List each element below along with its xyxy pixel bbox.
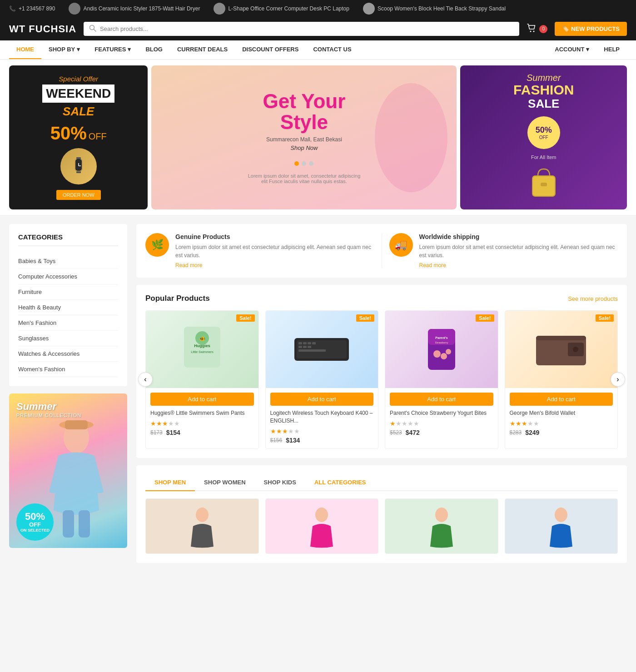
nav-discount-offers[interactable]: DISCOUNT OFFERS [235, 40, 306, 59]
old-price-2: $156 [270, 437, 283, 443]
cart-button[interactable]: 0 [527, 23, 547, 35]
price-row-1: $173 $154 [150, 429, 254, 436]
nav-shop-by-label: SHOP BY [49, 46, 75, 53]
nav-features[interactable]: FEATURES ▾ [87, 40, 138, 59]
svg-rect-10 [76, 157, 81, 159]
popular-products-section: Popular Products See more products ‹ Sal… [136, 285, 627, 458]
shipping-icon: 🚚 [389, 233, 413, 257]
svg-point-46 [196, 508, 209, 522]
sidebar-off-badge: 50% OFF ON SELECTED [16, 503, 54, 541]
svg-rect-28 [303, 342, 307, 344]
tab-shop-men[interactable]: SHOP MEN [145, 474, 195, 491]
cat-computer-accessories[interactable]: Computer Accessories [18, 269, 118, 284]
shop-products-mini [145, 498, 618, 554]
nav-contact-us[interactable]: CONTACT US [306, 40, 358, 59]
mini-product-3 [385, 498, 498, 554]
cart-count: 0 [539, 25, 547, 33]
add-to-cart-btn-4[interactable]: Add to cart [510, 393, 613, 406]
product-img-3: Sale! Parent's Strawberry [385, 311, 498, 388]
tab-shop-men-label: SHOP MEN [154, 479, 186, 486]
get-your-style-text: Get YourStyle [245, 91, 363, 133]
carousel-prev-button[interactable]: ‹ [138, 372, 153, 387]
feature-genuine-title: Genuine Products [175, 233, 374, 240]
cat-sunglasses[interactable]: Sunglasses [18, 331, 118, 346]
nav-current-deals[interactable]: CURRENT DEALS [170, 40, 235, 59]
nav-blog[interactable]: BLOG [138, 40, 170, 59]
see-more-products-link[interactable]: See more products [568, 295, 618, 302]
cat-health-beauty[interactable]: Health & Beauty [18, 300, 118, 315]
hero-banner-right[interactable]: Summer FASHION SALE 50% OFF For All Item [460, 65, 627, 209]
svg-rect-43 [536, 336, 586, 340]
svg-rect-30 [312, 342, 316, 344]
sale2-text: SALE [513, 97, 574, 111]
feature-genuine-read-more[interactable]: Read more [175, 262, 374, 269]
product-info-1: Add to cart Huggies® Little Swimmers Swi… [146, 388, 258, 441]
cart-icon [527, 23, 537, 35]
svg-text:🐠: 🐠 [199, 336, 205, 342]
new-products-button[interactable]: 🏷️ NEW PRODUCTS [555, 22, 627, 36]
svg-rect-31 [298, 346, 302, 348]
nav-shop-by[interactable]: SHOP BY ▾ [41, 40, 87, 59]
feature-shipping: 🚚 Worldwide shipping Lorem ipsum dolor s… [389, 233, 618, 269]
tab-all-categories[interactable]: ALL CATEGORIES [305, 474, 375, 491]
tab-shop-kids[interactable]: SHOP KIDS [255, 474, 305, 491]
cat-watches-accessories[interactable]: Watches & Accessories [18, 346, 118, 362]
cat-mens-fashion[interactable]: Men's Fashion [18, 315, 118, 331]
old-price-3: $523 [390, 429, 402, 436]
carousel-next-button[interactable]: › [611, 372, 625, 387]
lorem-text: Lorem ipsum dolor sit amet, consectetur … [245, 173, 363, 184]
sale-badge-3: Sale! [476, 314, 494, 322]
add-to-cart-btn-1[interactable]: Add to cart [150, 393, 254, 406]
cat-babies-toys[interactable]: Babies & Toys [18, 254, 118, 269]
search-icon [89, 25, 96, 33]
hero-banner-center[interactable]: Get YourStyle Summarecon Mall, East Beka… [151, 65, 457, 209]
dot-1[interactable] [294, 161, 299, 166]
svg-point-5 [530, 31, 532, 32]
hero-right-content: Summer FASHION SALE 50% OFF For All Item [506, 65, 581, 209]
add-to-cart-btn-3[interactable]: Add to cart [390, 393, 493, 406]
sale-text: SALE [42, 105, 114, 119]
svg-rect-11 [76, 171, 81, 173]
product-card-1: Sale! Huggies Little Swimmers 🐠 Add to c… [145, 310, 259, 449]
svg-point-40 [441, 353, 447, 359]
products-carousel: ‹ Sale! Huggies Little Swimmers 🐠 [145, 310, 618, 449]
off-label: OFF [89, 131, 107, 141]
svg-rect-34 [298, 349, 326, 352]
tab-shop-women[interactable]: SHOP WOMEN [195, 474, 255, 491]
hero-banner-left[interactable]: Special Offer WEEKEND SALE 50% OFF ORDER… [9, 65, 148, 209]
add-to-cart-btn-2[interactable]: Add to cart [270, 393, 374, 406]
product-card-2: Sale! Add to cart Logitech Wire [265, 310, 379, 449]
nav-discount-offers-label: DISCOUNT OFFERS [242, 46, 298, 53]
new-price-1: $154 [166, 429, 180, 436]
sidebar-summer-text: Summer PREMIUM COLLECTION [16, 401, 81, 418]
svg-text:Strawberry: Strawberry [435, 341, 448, 344]
feature-genuine: 🌿 Genuine Products Lorem ipsum dolor sit… [145, 233, 374, 269]
nav-account[interactable]: ACCOUNT ▾ [547, 40, 596, 59]
nav-help[interactable]: HELP [596, 40, 627, 59]
premium-label: PREMIUM COLLECTION [16, 413, 81, 418]
mini-product-2 [265, 498, 379, 554]
mini-product-img-3 [385, 499, 498, 553]
shop-tabs-section: SHOP MEN SHOP WOMEN SHOP KIDS ALL CATEGO… [136, 465, 627, 563]
categories-title: CATEGORIES [18, 233, 118, 246]
dot-2[interactable] [302, 161, 306, 166]
search-bar [84, 22, 519, 36]
nav-account-label: ACCOUNT [555, 46, 584, 53]
mini-product-4 [505, 498, 618, 554]
nav-home[interactable]: HOME [9, 40, 41, 59]
product-card-3: Sale! Parent's Strawberry [385, 310, 498, 449]
summer-text: Summer [513, 73, 574, 83]
search-input[interactable] [100, 25, 514, 32]
feature-shipping-read-more[interactable]: Read more [419, 262, 618, 269]
products-grid: Sale! Huggies Little Swimmers 🐠 Add to c… [145, 310, 618, 449]
tab-shop-women-label: SHOP WOMEN [204, 479, 246, 486]
product-name-4: George Men's Bifold Wallet [510, 409, 613, 417]
order-now-button[interactable]: ORDER NOW [56, 190, 101, 200]
svg-rect-33 [308, 346, 311, 348]
dot-3[interactable] [309, 161, 313, 166]
cat-furniture[interactable]: Furniture [18, 284, 118, 300]
svg-point-2 [363, 3, 375, 15]
phone-item: 📞 +1 234567 890 [9, 5, 55, 12]
cat-womens-fashion[interactable]: Women's Fashion [18, 362, 118, 377]
new-price-4: $249 [525, 429, 539, 436]
